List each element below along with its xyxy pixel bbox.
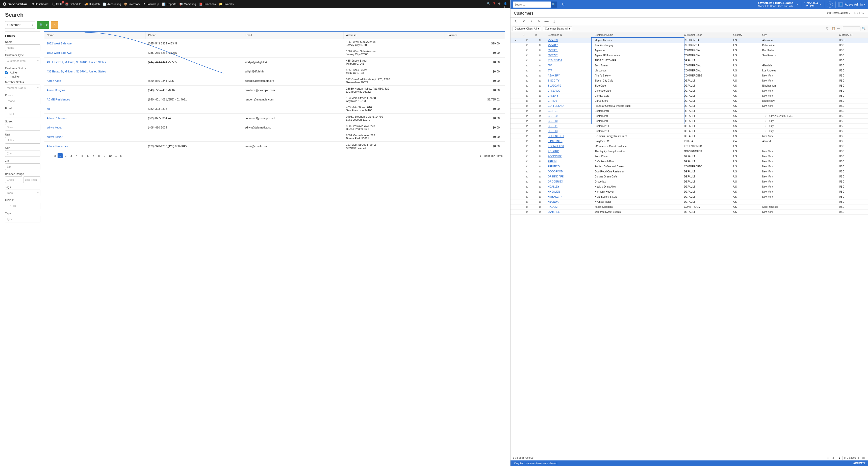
grid-row[interactable]: 🗋🗎BISCCITYBiscuit City CafeDEFAULTUSNew … (510, 78, 868, 83)
grid-row[interactable]: 🗋🗎877Lia WoodsCOMMERCIALUSLos AngelesUSD (510, 68, 868, 73)
table-row[interactable]: aditya ketkar8802 Vestavia Ave, 223Buena… (44, 132, 505, 142)
table-row[interactable]: ad(232) 323-2323403 Main Street, 616San … (44, 104, 505, 114)
page-5[interactable]: 5 (80, 153, 85, 158)
table-row[interactable]: ACME Residences(650) 401-4051,(555) 401-… (44, 95, 505, 104)
nav-marketing[interactable]: 📢Marketing (178, 1, 197, 7)
filter-zip[interactable]: Zip (5, 163, 40, 170)
customer-id-link[interactable]: COFFEESHOP (546, 103, 593, 108)
grid-row[interactable]: 🗋🗎HHEAVENHarmony HeavenDEFAULTUSNew York… (510, 189, 868, 194)
col-customer-class[interactable]: Customer Class (682, 32, 732, 38)
filter-customer-type[interactable]: Customer Type▾ (5, 58, 40, 64)
customer-id-link[interactable]: BLUECAFE (546, 83, 593, 88)
page-3[interactable]: 3 (69, 153, 74, 158)
export-icon[interactable]: ⤓ (552, 19, 556, 24)
table-row[interactable]: 1062 West Side Ave(345) 543-5334 x433451… (44, 39, 505, 48)
filter-balance-gt[interactable]: Greater T (5, 177, 22, 183)
filter-phone[interactable]: Phone (5, 98, 40, 104)
last-page-button[interactable]: ⏭ (862, 457, 866, 459)
col-address[interactable]: Address (344, 32, 445, 39)
col-name[interactable]: Name (44, 32, 146, 39)
customer-id-link[interactable]: 2594817 (546, 43, 593, 48)
col-city[interactable]: City (761, 32, 837, 38)
filter-street[interactable]: Street (5, 124, 40, 130)
ac-search-input[interactable] (513, 1, 551, 7)
add-icon[interactable]: ＋ (529, 19, 534, 24)
page-nav[interactable]: ▶ (119, 153, 124, 158)
customer-id-link[interactable]: 877 (546, 68, 593, 73)
filter-customer-class[interactable]: Customer Class: All ▾ (513, 26, 541, 31)
col-balance[interactable]: Balance (445, 32, 505, 39)
col-email[interactable]: Email (242, 32, 343, 39)
customer-id-link[interactable]: CUST13 (546, 129, 593, 134)
customer-id-link[interactable]: DELIENERGY (546, 134, 593, 139)
grid-row[interactable]: 🗋🗎BLUECAFEBlue CafeDEFAULTUSBinghamtonUS… (510, 83, 868, 88)
grid-row[interactable]: 🗋🗎CUST13Customer 11DEFAULTUSTEST CityUSD (510, 129, 868, 134)
filter-icon[interactable]: ▽ (826, 27, 830, 31)
page-2[interactable]: 2 (63, 153, 68, 158)
col-phone[interactable]: Phone (146, 32, 242, 39)
table-row[interactable]: Adobe Properties(123) 948-1200,(129) 080… (44, 142, 505, 151)
customer-id-link[interactable]: EQUGRP (546, 149, 593, 154)
customer-id-link[interactable]: HHEAVEN (546, 189, 593, 194)
grid-row[interactable]: 🗋🗎JAMBREEJambree Sweet EventsDEFAULTUSNe… (510, 210, 868, 215)
grid-row[interactable]: 🗋🗎ITACOMItalian CompanyCONSTRCOMUSSan Fr… (510, 205, 868, 210)
grid-row[interactable]: 🗋🗎EASYDINEREasyDiner Co.INTLCACAAtwoodUS… (510, 139, 868, 144)
page-9[interactable]: 9 (102, 153, 107, 158)
table-row[interactable]: 435 Essex St, Millburn, NJ 07041, United… (44, 67, 505, 76)
col-customer-id[interactable]: Customer ID (546, 32, 593, 38)
grid-row[interactable]: 🗋🗎DELIENERGYDelicious Energy RestaurantD… (510, 134, 868, 139)
help-icon[interactable]: ❓ (493, 2, 497, 6)
grid-row[interactable]: 🗋🗎ABAKERYAllen's BakeryCOMMERCEBBUSNew Y… (510, 73, 868, 78)
grid-row[interactable]: 🗋🗎658Jack TurnerCOMMERCIALUSGlendaleUSD (510, 63, 868, 68)
filter-unit[interactable]: Unit # (5, 137, 40, 144)
page-nav[interactable]: ⏮ (46, 153, 52, 158)
user-menu[interactable]: 👤 Agave Admin ▾ (838, 2, 866, 7)
grid-row[interactable]: 🗋🗎EQUGRPThe Equity Group InvestorsGOVERN… (510, 149, 868, 154)
edit-icon[interactable]: ✎ (537, 19, 541, 24)
page-10[interactable]: 10 (107, 153, 113, 158)
fit-icon[interactable]: ⟷ (544, 19, 549, 24)
grid-row[interactable]: 🗋🗎GREENCAFECuisine Green CafeDEFAULTUSNe… (510, 174, 868, 179)
grid-row[interactable]: 🗋🗎3507331Agave Inc.COMMERCIALUSBar Harbo… (510, 48, 868, 53)
customer-id-link[interactable]: 2594103 (546, 38, 593, 43)
grid-row[interactable]: 🗋🗎HYUNDAIHyundai MotorDEFAULTUSUSD (510, 199, 868, 205)
gear-icon[interactable]: ⚙ (498, 2, 502, 6)
ac-search-button[interactable]: 🔍 (551, 1, 557, 7)
nav-reports[interactable]: 📊Reports (161, 1, 178, 7)
filter-status-active[interactable]: Active (5, 71, 40, 74)
undo-icon[interactable]: ↶ (522, 19, 526, 24)
customer-id-link[interactable]: CUST10 (546, 119, 593, 124)
grid-row[interactable]: 🗋🗎ECOMGUESTeCommerce Guest CustomerECCUS… (510, 144, 868, 149)
nav-projects[interactable]: 📁Projects (217, 1, 235, 7)
page-7[interactable]: 7 (91, 153, 96, 158)
customization-link[interactable]: CUSTOMIZATION ▾ (827, 12, 850, 14)
company-selector[interactable]: SweetLife Fruits & Jams SweetLife Head O… (758, 1, 795, 7)
grid-row[interactable]: 🗋🗎FRUITICOFruitico Coffee and CakesCOMME… (510, 164, 868, 169)
grid-row[interactable]: 🗋🗎FRBUNCafe French BunDEFAULTUSNew YorkU… (510, 159, 868, 164)
nav-inventory[interactable]: 📦Inventory (122, 1, 142, 7)
filter-customer-status[interactable]: Customer Status: All ▾ (543, 26, 572, 31)
more-icon[interactable]: ⋯ (837, 27, 841, 31)
page-1[interactable]: 1 (58, 153, 63, 158)
customer-id-link[interactable]: JAMBREE (546, 210, 593, 215)
customer-id-link[interactable]: GOODFOOD (546, 169, 593, 174)
customer-id-link[interactable]: 3507331 (546, 48, 593, 53)
table-row[interactable]: 1062 West Side Ave(235) 235-3252 x352351… (44, 48, 505, 58)
grid-row[interactable]: 🗋🗎2594817Jennifer GregoryRESIDENTIAUSPat… (510, 43, 868, 48)
customer-id-link[interactable]: GROCERIEX (546, 179, 593, 184)
grid-row[interactable]: 🗋🗎HDALLEYHealthy Drink AlleyDEFAULTUSNew… (510, 184, 868, 189)
grid-search-input[interactable] (843, 27, 861, 31)
customer-id-link[interactable]: CUST11 (546, 124, 593, 129)
grid-row[interactable]: 🗋🗎4234243434TEST CUSTOMERDEFAULTUSUSD (510, 58, 868, 63)
filter-email[interactable]: Email (5, 111, 40, 117)
business-date[interactable]: 11/15/2024 8:28 PM (804, 1, 818, 7)
col-currency-id[interactable]: Currency ID (837, 32, 868, 38)
grid-row[interactable]: 🗋🗎GROCERIEXGroceriexDEFAULTUSNew YorkUSD (510, 179, 868, 184)
filter-tags[interactable]: Tags▾ (5, 190, 40, 196)
customer-id-link[interactable]: HYUNDAI (546, 199, 593, 205)
customer-id-link[interactable]: CITRUS (546, 98, 593, 103)
col-customer-name[interactable]: Customer Name (593, 32, 683, 38)
nav-accounting[interactable]: 📄Accounting (101, 1, 122, 7)
avatar-icon[interactable]: 👤1 (504, 2, 508, 6)
grid-row[interactable]: 🗋🗎CUST01Customer 01DEFAULTUSUSD (510, 108, 868, 114)
